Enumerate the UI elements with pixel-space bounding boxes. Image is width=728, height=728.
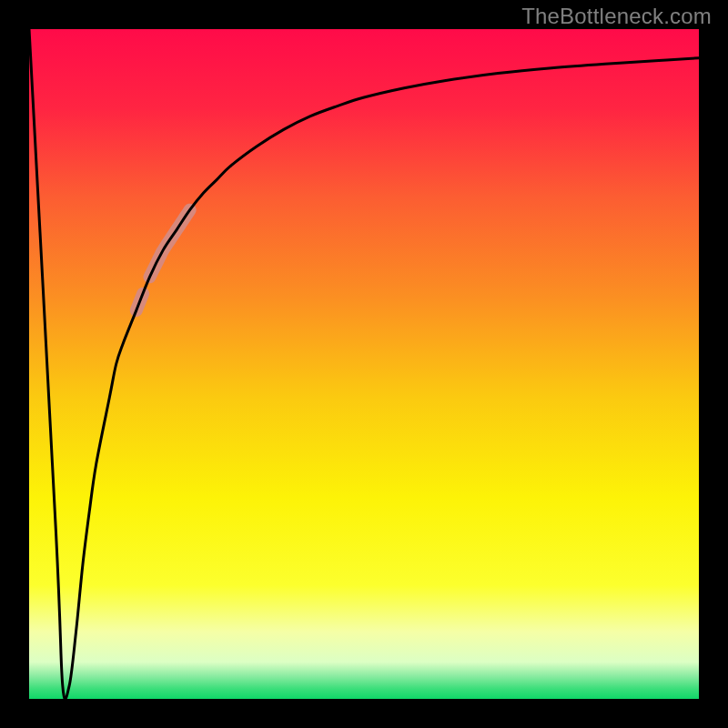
plot-area (29, 29, 699, 699)
attribution-text: TheBottleneck.com (521, 4, 712, 29)
bottleneck-chart (0, 0, 728, 728)
